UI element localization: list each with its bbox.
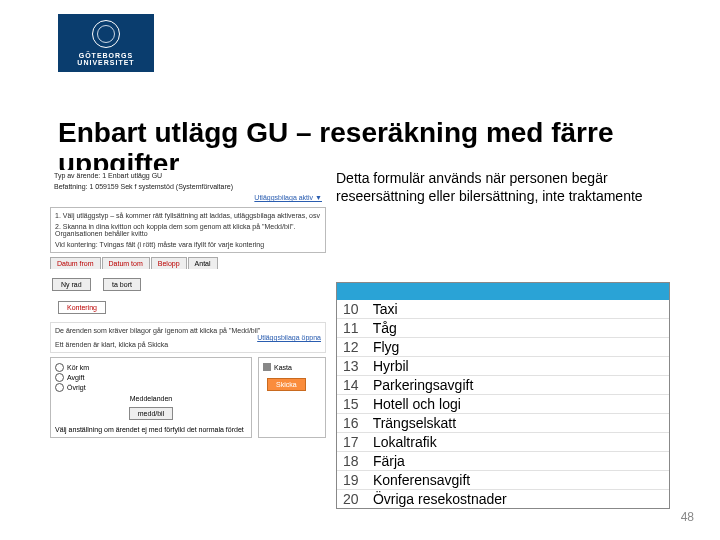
seal-icon	[92, 20, 120, 48]
cost-row[interactable]: 14 Parkeringsavgift	[337, 375, 669, 394]
radio-avgift[interactable]: Avgift	[55, 373, 247, 382]
radio-korkm[interactable]: Kör km	[55, 363, 247, 372]
cost-row[interactable]: 20 Övriga resekostnader	[337, 489, 669, 508]
btn-skicka[interactable]: Skicka	[267, 378, 306, 391]
logo-line2: UNIVERSITET	[77, 59, 134, 66]
cost-row[interactable]: 15 Hotell och logi	[337, 394, 669, 413]
form-topline: Typ av ärende: 1 Enbart utlägg GU	[48, 170, 328, 181]
link-bilage[interactable]: Utläggsbilaga öppna	[257, 334, 321, 341]
form-befattning: Befattning: 1 059159 Sek f systemstöd (S…	[48, 181, 328, 192]
btn-ny-rad[interactable]: Ny rad	[52, 278, 91, 291]
btn-ta-bort[interactable]: ta bort	[103, 278, 141, 291]
btn-kasta[interactable]: Kasta	[263, 363, 321, 371]
cost-row[interactable]: 19 Konferensavgift	[337, 470, 669, 489]
university-logo: GÖTEBORGS UNIVERSITET	[58, 14, 154, 72]
tab-datum-from[interactable]: Datum from	[50, 257, 101, 269]
form-note1: 1. Välj utläggstyp – så kommer rätt fyll…	[55, 212, 321, 219]
cost-codes-list: 10 Taxi11 Tåg12 Flyg13 Hyrbil14 Parkerin…	[336, 282, 670, 509]
cost-row[interactable]: 10 Taxi	[337, 300, 669, 318]
form-block2: De ärenden som kräver bilagor går igenom…	[50, 322, 326, 353]
form-note4: Ett ärenden är klart, klicka på Skicka	[55, 341, 321, 348]
form-note3: De ärenden som kräver bilagor går igenom…	[55, 327, 321, 334]
radio-ovrigt[interactable]: Övrigt	[55, 383, 247, 392]
cost-row[interactable]: 11 Tåg	[337, 318, 669, 337]
form-footer: Välj anställning om ärendet ej med förfy…	[55, 426, 247, 433]
cost-row[interactable]: 16 Trängselskatt	[337, 413, 669, 432]
btn-kontering[interactable]: Kontering	[58, 301, 106, 314]
cost-row[interactable]: 17 Lokaltrafik	[337, 432, 669, 451]
form-bilage-dropdown[interactable]: Utläggsbilaga aktiv ▼	[48, 192, 328, 203]
body-text: Detta formulär används när personen begä…	[336, 170, 676, 205]
message-panel: Kör km Avgift Övrigt Meddelanden medd/bi…	[50, 357, 326, 438]
cost-row[interactable]: 12 Flyg	[337, 337, 669, 356]
form-tabs: Datum from Datum tom Belopp Antal	[50, 257, 326, 269]
form-instructions: 1. Välj utläggstyp – så kommer rätt fyll…	[50, 207, 326, 253]
logo-line1: GÖTEBORGS	[79, 52, 134, 59]
tab-belopp[interactable]: Belopp	[151, 257, 187, 269]
cost-list-header	[337, 283, 669, 300]
btn-meddbil[interactable]: medd/bil	[129, 407, 173, 420]
form-note2: 2. Skanna in dina kvitton och koppla dem…	[55, 223, 321, 237]
msg-header: Meddelanden	[55, 395, 247, 402]
cost-row[interactable]: 13 Hyrbil	[337, 356, 669, 375]
cost-row[interactable]: 18 Färja	[337, 451, 669, 470]
tab-datum-tom[interactable]: Datum tom	[102, 257, 150, 269]
form-kontering-note: Vid kontering: Tvingas fält (i rött) mås…	[55, 241, 321, 248]
page-number: 48	[681, 510, 694, 524]
tab-antal[interactable]: Antal	[188, 257, 218, 269]
form-screenshot: Typ av ärende: 1 Enbart utlägg GU Befatt…	[48, 170, 328, 442]
